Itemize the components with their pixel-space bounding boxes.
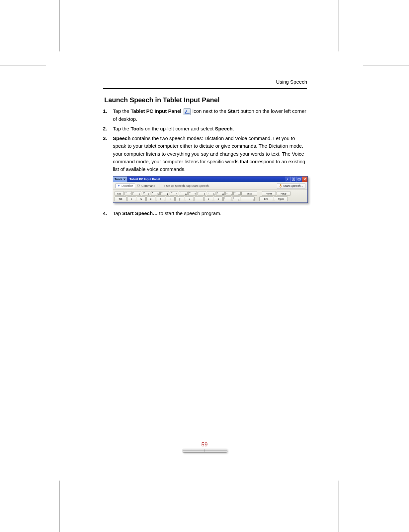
chevron-down-icon	[123, 179, 126, 180]
keyboard-icon[interactable]	[296, 177, 302, 182]
page-footer: 59	[0, 441, 409, 452]
microphone-icon	[279, 184, 282, 188]
step-3: 3. Speech contains the two speech modes:…	[103, 134, 307, 173]
step-number: 1.	[103, 107, 113, 115]
separator	[159, 183, 159, 189]
key-9[interactable]: (9	[207, 191, 215, 196]
command-button[interactable]: Command	[135, 184, 157, 188]
key-p[interactable]: p	[214, 196, 223, 201]
step-4: 4. Tap Start Speech… to start the speech…	[103, 209, 307, 217]
key-tab[interactable]: Tab	[115, 196, 126, 201]
key-pgdn[interactable]: PgDn	[274, 196, 288, 201]
svg-rect-6	[119, 186, 119, 187]
key-3[interactable]: #3	[151, 191, 160, 196]
key-left-bracket[interactable]: {[	[223, 196, 231, 201]
manual-page: Using Speech Launch Speech in Tablet Inp…	[0, 0, 409, 532]
crop-mark	[339, 481, 339, 532]
step-number: 3.	[103, 134, 113, 142]
steps-list: 1. Tap the Tablet PC Input Panel icon ne…	[103, 107, 307, 173]
step-body: Tap the Tools on the up-left corner and …	[113, 125, 307, 132]
tablet-input-panel-icon	[184, 108, 191, 115]
key-i[interactable]: i	[195, 196, 204, 201]
key-5[interactable]: %5	[170, 191, 178, 196]
crop-mark	[59, 0, 59, 51]
crop-mark	[339, 0, 339, 51]
step-body: Tap the Tablet PC Input Panel icon next …	[113, 107, 307, 123]
start-speech-button[interactable]: Start Speech...	[277, 183, 305, 189]
tools-label: Tools	[115, 178, 122, 181]
svg-rect-0	[185, 113, 190, 114]
titlebar-icons	[285, 177, 307, 182]
svg-rect-3	[298, 179, 300, 180]
key-minus[interactable]: _-	[225, 191, 233, 196]
key-0[interactable]: )0	[216, 191, 225, 196]
step-1: 1. Tap the Tablet PC Input Panel icon ne…	[103, 107, 307, 123]
svg-rect-7	[137, 185, 139, 186]
footer-ornament	[183, 449, 227, 452]
key-right-bracket[interactable]: }]	[232, 196, 240, 201]
key-t[interactable]: t	[166, 196, 175, 201]
command-icon	[137, 184, 140, 188]
key-home[interactable]: Home	[262, 191, 276, 196]
step-body: Tap Start Speech… to start the speech pr…	[113, 209, 307, 217]
crop-mark	[59, 481, 59, 532]
key-4[interactable]: $4	[160, 191, 169, 196]
svg-rect-2	[294, 178, 295, 181]
key-equals[interactable]: +=	[233, 191, 241, 196]
key-end[interactable]: End	[259, 196, 273, 201]
writing-pad-icon[interactable]	[285, 177, 290, 182]
svg-point-5	[118, 185, 120, 186]
speech-hint: To set up speech, tap Start Speech.	[162, 184, 210, 188]
step-number: 4.	[103, 209, 113, 217]
crop-mark	[0, 65, 46, 65]
svg-point-8	[280, 184, 282, 186]
close-icon[interactable]	[302, 177, 307, 182]
dictation-button[interactable]: Dictation	[115, 184, 135, 188]
key-q[interactable]: q	[127, 196, 136, 201]
key-o[interactable]: o	[204, 196, 213, 201]
key-8[interactable]: *8	[198, 191, 206, 196]
window-titlebar: Tools Tablet PC Input Panel	[113, 177, 307, 182]
crop-mark	[0, 467, 46, 468]
character-pad-icon[interactable]	[290, 177, 296, 182]
keyboard-row-1: Esc ~` !1 @2 #3 $4 %5 ^6 &7 *8 (9 )0 _- …	[115, 191, 306, 196]
tools-menu-button[interactable]: Tools	[113, 177, 127, 182]
step-body: Speech contains the two speech modes: Di…	[113, 134, 307, 173]
key-2[interactable]: @2	[142, 191, 150, 196]
content-area: Using Speech Launch Speech in Tablet Inp…	[103, 79, 307, 219]
dictation-icon	[117, 184, 121, 188]
crop-mark	[363, 65, 409, 65]
key-y[interactable]: y	[175, 196, 184, 201]
key-6[interactable]: ^6	[179, 191, 188, 196]
running-head: Using Speech	[103, 79, 307, 85]
steps-list-cont: 4. Tap Start Speech… to start the speech…	[103, 209, 307, 217]
step-2: 2. Tap the Tools on the up-left corner a…	[103, 125, 307, 132]
page-number: 59	[202, 441, 208, 448]
svg-rect-1	[292, 178, 293, 181]
key-esc[interactable]: Esc	[115, 191, 124, 196]
key-7[interactable]: &7	[188, 191, 197, 196]
tablet-input-panel-screenshot: Tools Tablet PC Input Panel Dictation	[113, 176, 308, 203]
key-pgup[interactable]: PgUp	[277, 191, 290, 196]
on-screen-keyboard: Esc ~` !1 @2 #3 $4 %5 ^6 &7 *8 (9 )0 _- …	[113, 190, 307, 202]
key-e[interactable]: e	[146, 196, 155, 201]
key-bksp[interactable]: Bksp	[241, 191, 257, 196]
section-heading: Launch Speech in Tablet Input Panel	[104, 96, 307, 104]
speech-toolbar: Dictation Command To set up speech, tap …	[113, 182, 307, 190]
key-w[interactable]: w	[137, 196, 146, 201]
crop-mark	[363, 467, 409, 468]
key-r[interactable]: r	[156, 196, 165, 201]
window-title: Tablet PC Input Panel	[127, 178, 285, 181]
step-number: 2.	[103, 125, 113, 132]
key-1[interactable]: !1	[132, 191, 141, 196]
keyboard-row-2: Tab q w e r t y u i o p {[ }] |\ End Pg	[115, 196, 306, 201]
header-rule	[103, 88, 307, 89]
key-backtick[interactable]: ~`	[124, 191, 132, 196]
key-backslash[interactable]: |\	[241, 196, 255, 201]
key-u[interactable]: u	[185, 196, 194, 201]
